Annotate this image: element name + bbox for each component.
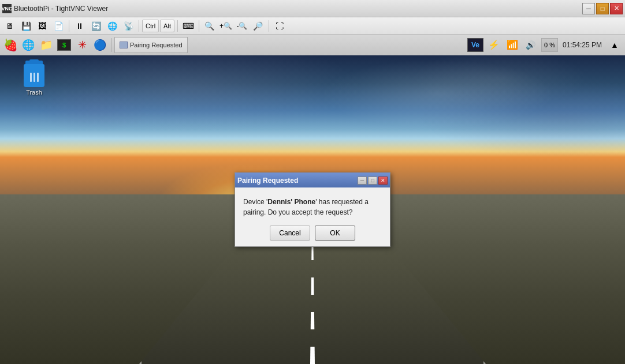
toolbar-search-btn[interactable]: 🔍 <box>202 19 217 33</box>
vnc-logo: VNC <box>2 4 12 13</box>
toolbar-refresh-btn[interactable]: 🔄 <box>88 19 103 33</box>
active-window-button[interactable]: Pairing Requested <box>114 37 188 53</box>
dialog-message: Device 'Dennis' Phone' has requested a p… <box>243 197 382 217</box>
volume-icon[interactable]: 🔊 <box>523 37 539 53</box>
window-controls: ─ □ ✕ <box>582 3 623 14</box>
toolbar-sep-5 <box>269 20 269 32</box>
system-tray: Ve ⚡ 📶 🔊 0 % 01:54:25 PM ▲ <box>467 37 623 53</box>
toolbar-keyboard-btn[interactable]: ⌨ <box>181 19 196 33</box>
pairing-dialog: Pairing Requested ─ □ ✕ Device 'Dennis' … <box>235 172 390 247</box>
browser-icon[interactable]: 🌐 <box>20 37 36 53</box>
dialog-overlay: Pairing Requested ─ □ ✕ Device 'Dennis' … <box>0 55 625 364</box>
toolbar-sep-2 <box>139 20 139 32</box>
toolbar-image-btn[interactable]: 🖼 <box>35 19 50 33</box>
title-bar: VNC BluetoothPi - TightVNC Viewer ─ □ ✕ <box>0 0 625 17</box>
toolbar-pause-btn[interactable]: ⏸ <box>72 19 87 33</box>
toolbar: 🖥 💾 🖼 📄 ⏸ 🔄 🌐 📡 Ctrl Alt ⌨ 🔍 +🔍 -🔍 🔎 ⛶ <box>0 17 625 35</box>
app2-icon[interactable]: 🔵 <box>92 37 108 53</box>
minimize-button[interactable]: ─ <box>582 3 595 14</box>
maximize-button[interactable]: □ <box>596 3 609 14</box>
toolbar-sep-1 <box>69 20 69 32</box>
toolbar-alt-btn[interactable]: Alt <box>160 20 174 32</box>
wifi-icon[interactable]: 📶 <box>504 37 520 53</box>
bluetooth-icon[interactable]: ⚡ <box>486 37 502 53</box>
ve-label: Ve <box>471 41 479 49</box>
window-title: BluetoothPi - TightVNC Viewer <box>14 5 108 13</box>
clock: 01:54:25 PM <box>560 41 604 49</box>
title-bar-left: VNC BluetoothPi - TightVNC Viewer <box>2 4 108 13</box>
terminal-icon[interactable]: $ <box>56 37 72 53</box>
active-window-label: Pairing Requested <box>130 42 183 48</box>
ve-widget[interactable]: Ve <box>467 38 483 52</box>
taskbar-sep-1 <box>111 38 111 52</box>
toolbar-signal-btn[interactable]: 📡 <box>121 19 136 33</box>
toolbar-net-btn[interactable]: 🌐 <box>105 19 120 33</box>
toolbar-sep-3 <box>177 20 178 32</box>
dialog-msg-part1: Device ' <box>243 198 267 206</box>
volume-percent: 0 % <box>544 42 555 48</box>
folder-icon[interactable]: 📁 <box>38 37 54 53</box>
toolbar-fullscreen-btn[interactable]: ⛶ <box>272 19 287 33</box>
taskbar: 🍓 🌐 📁 $ ✳ 🔵 Pairing Requested Ve ⚡ 📶 🔊 0… <box>0 35 625 55</box>
window-icon <box>120 42 128 48</box>
dialog-title: Pairing Requested <box>237 177 298 185</box>
toolbar-zoom-in-btn[interactable]: +🔍 <box>218 19 233 33</box>
dialog-maximize-btn[interactable]: □ <box>368 177 377 185</box>
volume-display: 0 % <box>541 38 558 52</box>
dialog-body: Device 'Dennis' Phone' has requested a p… <box>235 187 390 246</box>
raspberry-pi-icon[interactable]: 🍓 <box>2 37 18 53</box>
toolbar-sep-4 <box>199 20 199 32</box>
ok-button[interactable]: OK <box>315 226 355 241</box>
dialog-title-bar: Pairing Requested ─ □ ✕ <box>235 174 390 187</box>
dialog-minimize-btn[interactable]: ─ <box>358 177 367 185</box>
toolbar-zoom-btn[interactable]: 🔎 <box>251 19 266 33</box>
desktop: Trash Pairing Requested ─ □ ✕ Device 'De… <box>0 55 625 364</box>
dialog-title-controls: ─ □ ✕ <box>358 177 388 185</box>
app1-icon[interactable]: ✳ <box>74 37 90 53</box>
scroll-up-icon[interactable]: ▲ <box>607 37 623 53</box>
toolbar-zoom-out-btn[interactable]: -🔍 <box>235 19 250 33</box>
toolbar-ctrl-btn[interactable]: Ctrl <box>142 20 159 32</box>
cancel-button[interactable]: Cancel <box>270 226 310 241</box>
close-button[interactable]: ✕ <box>610 3 623 14</box>
dialog-close-btn[interactable]: ✕ <box>378 177 388 185</box>
dialog-device-name: Dennis' Phone <box>267 198 315 206</box>
toolbar-screen-btn[interactable]: 🖥 <box>2 19 17 33</box>
toolbar-save-btn[interactable]: 💾 <box>18 19 34 33</box>
dialog-buttons: Cancel OK <box>243 226 382 241</box>
toolbar-doc-btn[interactable]: 📄 <box>51 19 66 33</box>
